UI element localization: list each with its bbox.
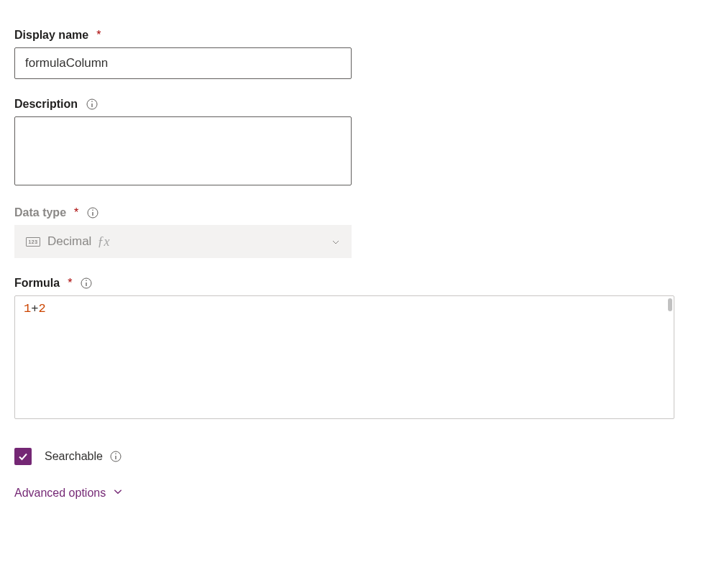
data-type-label: Data type <box>14 206 66 219</box>
data-type-label-row: Data type * <box>14 206 687 219</box>
display-name-label: Display name <box>14 29 88 42</box>
svg-point-11 <box>115 454 116 455</box>
chevron-down-icon <box>113 487 123 500</box>
required-indicator: * <box>74 206 78 219</box>
chevron-down-icon <box>331 237 340 246</box>
display-name-label-row: Display name * <box>14 29 687 42</box>
formula-label: Formula <box>14 277 60 290</box>
description-label: Description <box>14 98 78 111</box>
description-field: Description <box>14 98 687 188</box>
description-label-row: Description <box>14 98 687 111</box>
formula-token-number: 2 <box>38 302 45 316</box>
searchable-checkbox[interactable] <box>14 448 32 465</box>
formula-token-operator: + <box>31 302 38 316</box>
svg-point-8 <box>86 280 88 282</box>
data-type-field: Data type * 123 Decimal ƒx <box>14 206 687 258</box>
data-type-value: Decimal <box>47 234 91 249</box>
data-type-dropdown: 123 Decimal ƒx <box>14 225 352 258</box>
info-icon[interactable] <box>110 451 122 462</box>
formula-field: Formula * 1+2 <box>14 277 687 419</box>
info-icon[interactable] <box>86 98 98 110</box>
searchable-row: Searchable <box>14 448 687 465</box>
advanced-options-label: Advanced options <box>14 487 106 500</box>
formula-token-number: 1 <box>24 302 31 316</box>
required-indicator: * <box>96 29 101 42</box>
info-icon[interactable] <box>81 277 92 289</box>
scrollbar-thumb[interactable] <box>668 298 672 311</box>
svg-point-5 <box>92 210 93 211</box>
svg-point-2 <box>91 101 93 103</box>
display-name-field: Display name * <box>14 29 687 79</box>
description-input[interactable] <box>14 116 352 185</box>
display-name-input[interactable] <box>14 47 352 79</box>
fx-icon: ƒx <box>97 234 109 249</box>
required-indicator: * <box>68 277 72 290</box>
advanced-options-toggle[interactable]: Advanced options <box>14 487 687 500</box>
formula-label-row: Formula * <box>14 277 687 290</box>
number-type-icon: 123 <box>26 237 40 247</box>
formula-editor[interactable]: 1+2 <box>14 295 674 419</box>
searchable-label: Searchable <box>45 450 103 463</box>
info-icon[interactable] <box>87 207 98 219</box>
